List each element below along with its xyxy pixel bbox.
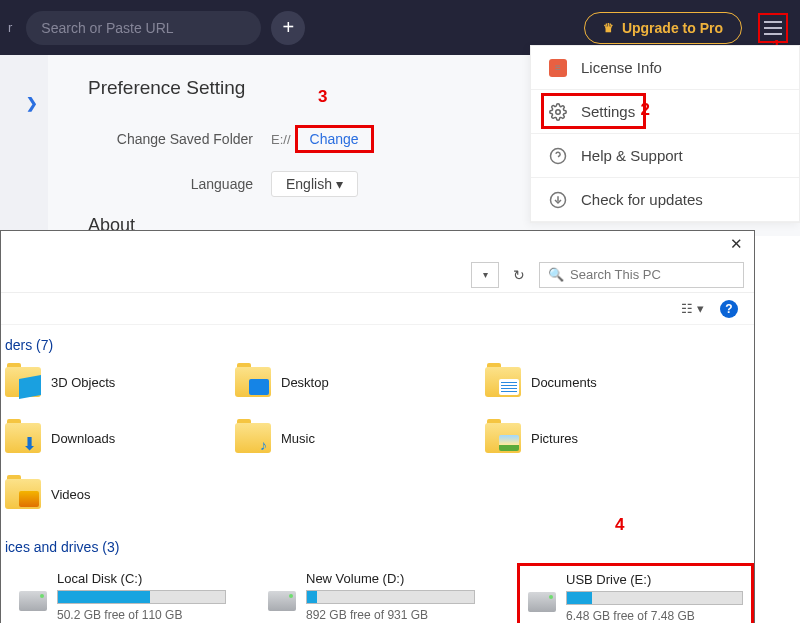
folder-label: Pictures: [531, 431, 578, 446]
explorer-search[interactable]: 🔍 Search This PC: [539, 262, 744, 288]
menu-label: License Info: [581, 59, 662, 76]
explorer-search-placeholder: Search This PC: [570, 267, 661, 282]
folder-label: Music: [281, 431, 315, 446]
help-button[interactable]: ?: [720, 300, 738, 318]
folders-grid: 3D Objects Desktop Documents ⬇ Downloads…: [1, 357, 754, 509]
app-letter: r: [8, 20, 12, 35]
explorer-view-row: ☷ ▾ ?: [1, 293, 754, 325]
folder-label: Downloads: [51, 431, 115, 446]
explorer-address-row: ▾ ↻ 🔍 Search This PC: [1, 257, 754, 293]
search-icon: 🔍: [548, 267, 564, 282]
drives-row: Local Disk (C:) 50.2 GB free of 110 GB N…: [1, 559, 754, 623]
drive-free: 50.2 GB free of 110 GB: [57, 608, 226, 622]
language-label: Language: [88, 176, 253, 192]
folder-label: Change Saved Folder: [88, 131, 253, 147]
drive-c[interactable]: Local Disk (C:) 50.2 GB free of 110 GB: [19, 571, 226, 622]
drive-name: USB Drive (E:): [566, 572, 743, 587]
menu-item-updates[interactable]: Check for updates: [531, 178, 799, 222]
usage-bar: [306, 590, 475, 604]
folder-icon: [5, 367, 41, 397]
address-dropdown[interactable]: ▾: [471, 262, 499, 288]
license-icon: ≡: [549, 59, 567, 77]
folder-videos[interactable]: Videos: [5, 479, 235, 509]
folder-documents[interactable]: Documents: [485, 367, 735, 397]
disk-icon: [19, 591, 47, 611]
pref-title: Preference Setting: [88, 77, 374, 99]
hamburger-icon: [764, 21, 782, 35]
help-icon: [549, 147, 567, 165]
download-icon: [549, 191, 567, 209]
refresh-icon: ↻: [513, 267, 525, 283]
crown-icon: ♛: [603, 21, 614, 35]
menu-item-license[interactable]: ≡ License Info: [531, 46, 799, 90]
view-mode-button[interactable]: ☷ ▾: [681, 301, 704, 316]
drive-free: 6.48 GB free of 7.48 GB: [566, 609, 743, 623]
folder-icon: ♪: [235, 423, 271, 453]
annotation-2: 2: [641, 100, 650, 120]
add-button[interactable]: +: [271, 11, 305, 45]
close-button[interactable]: ✕: [726, 235, 746, 253]
folder-icon: [485, 367, 521, 397]
left-rail: ❯: [0, 55, 48, 230]
language-select[interactable]: English ▾: [271, 171, 358, 197]
folder-label: 3D Objects: [51, 375, 115, 390]
folder-downloads[interactable]: ⬇ Downloads: [5, 423, 235, 453]
menu-label: Help & Support: [581, 147, 683, 164]
chevron-right-icon[interactable]: ❯: [26, 95, 38, 111]
drive-name: Local Disk (C:): [57, 571, 226, 586]
plus-icon: +: [283, 16, 295, 39]
folder-icon: [485, 423, 521, 453]
usage-fill: [58, 591, 150, 603]
upgrade-button[interactable]: ♛ Upgrade to Pro: [584, 12, 742, 44]
drive-name: New Volume (D:): [306, 571, 475, 586]
drives-header: ices and drives (3): [1, 527, 754, 559]
menu-label: Check for updates: [581, 191, 703, 208]
folder-icon: [235, 367, 271, 397]
change-button-wrap: Change: [295, 125, 374, 153]
change-button[interactable]: Change: [310, 131, 359, 147]
folder-label: Desktop: [281, 375, 329, 390]
drive-free: 892 GB free of 931 GB: [306, 608, 475, 622]
main-menu-dropdown: ≡ License Info Settings Help & Support C…: [530, 45, 800, 223]
gear-icon: [549, 103, 567, 121]
folder-path: E://: [271, 132, 291, 147]
folder-music[interactable]: ♪ Music: [235, 423, 485, 453]
preferences-panel: Preference Setting 3 Change Saved Folder…: [48, 55, 374, 236]
upgrade-label: Upgrade to Pro: [622, 20, 723, 36]
explorer-titlebar: ✕: [1, 231, 754, 257]
menu-label: Settings: [581, 103, 635, 120]
disk-icon: [528, 592, 556, 612]
drive-e[interactable]: USB Drive (E:) 6.48 GB free of 7.48 GB: [528, 572, 743, 623]
folder-label: Documents: [531, 375, 597, 390]
usage-bar: [566, 591, 743, 605]
annotation-box-4: USB Drive (E:) 6.48 GB free of 7.48 GB: [517, 563, 754, 623]
chevron-down-icon: ▾: [483, 269, 488, 280]
folder-icon: [5, 479, 41, 509]
folders-header: ders (7): [1, 325, 754, 357]
folder-icon: ⬇: [5, 423, 41, 453]
refresh-button[interactable]: ↻: [505, 262, 533, 288]
file-explorer: ✕ ▾ ↻ 🔍 Search This PC ☷ ▾ ? ders (7) 3D…: [0, 230, 755, 623]
menu-item-help[interactable]: Help & Support: [531, 134, 799, 178]
folder-label: Videos: [51, 487, 91, 502]
folder-3d-objects[interactable]: 3D Objects: [5, 367, 235, 397]
svg-point-0: [556, 109, 561, 114]
annotation-4: 4: [615, 515, 624, 535]
folder-pictures[interactable]: Pictures: [485, 423, 735, 453]
search-placeholder: Search or Paste URL: [41, 20, 173, 36]
usage-bar: [57, 590, 226, 604]
disk-icon: [268, 591, 296, 611]
search-input[interactable]: Search or Paste URL: [26, 11, 261, 45]
folder-desktop[interactable]: Desktop: [235, 367, 485, 397]
menu-item-settings[interactable]: Settings: [531, 90, 799, 134]
drive-d[interactable]: New Volume (D:) 892 GB free of 931 GB: [268, 571, 475, 622]
annotation-3: 3: [318, 87, 327, 107]
